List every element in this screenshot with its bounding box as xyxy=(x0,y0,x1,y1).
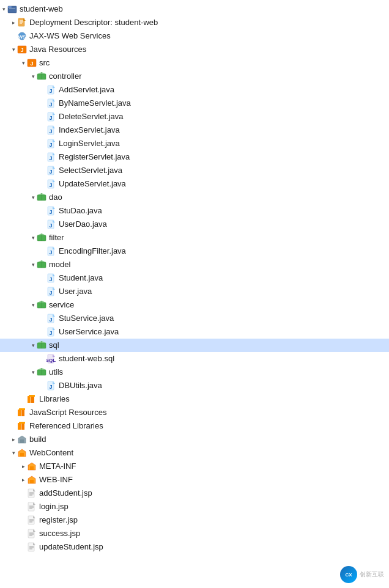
tree-item-User[interactable]: JUser.java xyxy=(0,285,389,298)
label-student-web: student-web xyxy=(20,2,63,16)
tree-item-addStudent-jsp[interactable]: addStudent.jsp xyxy=(0,487,389,500)
label-login-jsp: login.jsp xyxy=(39,500,69,513)
tree-item-student-web-sql[interactable]: SQLstudent-web.sql xyxy=(0,352,389,366)
tree-item-RegisterServlet[interactable]: JRegisterServlet.java xyxy=(0,150,389,164)
svg-text:J: J xyxy=(49,317,52,323)
arrow-utils[interactable] xyxy=(29,369,37,376)
svg-rect-97 xyxy=(30,466,34,470)
arrow-dao[interactable] xyxy=(29,194,37,201)
tree-item-Student[interactable]: JStudent.java xyxy=(0,271,389,285)
tree-item-dao[interactable]: dao xyxy=(0,191,389,204)
arrow-register-jsp xyxy=(20,516,27,524)
arrow-src[interactable] xyxy=(20,59,27,67)
tree-item-java-resources[interactable]: JJava Resources xyxy=(0,43,389,56)
label-UpdateServlet: UpdateServlet.java xyxy=(59,177,126,191)
tree-item-js-resources[interactable]: JavaScript Resources xyxy=(0,406,389,419)
javaresources-icon: J xyxy=(17,45,27,54)
arrow-web-inf[interactable] xyxy=(20,476,27,483)
tree-item-success-jsp[interactable]: success.jsp xyxy=(0,527,389,540)
tree-item-UserService[interactable]: JUserService.java xyxy=(0,325,389,339)
package-icon xyxy=(37,367,46,377)
arrow-java-resources[interactable] xyxy=(10,46,17,53)
tree-item-login-jsp[interactable]: login.jsp xyxy=(0,500,389,513)
svg-rect-94 xyxy=(19,422,25,424)
arrow-StuService xyxy=(39,315,46,322)
arrow-controller[interactable] xyxy=(29,73,37,80)
tree-item-service[interactable]: service xyxy=(0,298,389,312)
svg-rect-2 xyxy=(9,8,15,9)
arrow-deployment-descriptor[interactable] xyxy=(10,19,17,26)
svg-rect-89 xyxy=(18,410,21,416)
svg-rect-98 xyxy=(30,480,34,483)
arrow-success-jsp xyxy=(20,530,27,537)
arrow-UserService xyxy=(39,328,46,336)
tree-item-deployment-descriptor[interactable]: Deployment Descriptor: student-web xyxy=(0,16,389,29)
arrow-updateStudent-jsp xyxy=(20,543,27,551)
svg-text:J: J xyxy=(49,222,52,229)
tree-item-meta-inf[interactable]: META-INF xyxy=(0,460,389,473)
label-meta-inf: META-INF xyxy=(39,460,76,473)
tree-item-sql[interactable]: sql xyxy=(0,339,389,352)
javafile-icon: J xyxy=(46,139,56,149)
src-icon: J xyxy=(27,58,37,68)
arrow-DeleteServlet xyxy=(39,113,46,120)
tree-item-ByNameServlet[interactable]: JByNameServlet.java xyxy=(0,97,389,110)
label-build: build xyxy=(29,433,46,446)
label-utils: utils xyxy=(49,366,63,379)
tree-item-utils[interactable]: utils xyxy=(0,366,389,379)
tree-item-StuDao[interactable]: JStuDao.java xyxy=(0,204,389,218)
tree-item-build[interactable]: build xyxy=(0,433,389,446)
tree-item-SelectServlet[interactable]: JSelectServlet.java xyxy=(0,164,389,177)
arrow-filter[interactable] xyxy=(29,234,37,241)
arrow-service[interactable] xyxy=(29,301,37,309)
tree-item-DBUtils[interactable]: JDBUtils.java xyxy=(0,379,389,392)
label-DBUtils: DBUtils.java xyxy=(59,379,102,392)
tree-item-StuService[interactable]: JStuService.java xyxy=(0,312,389,325)
label-model: model xyxy=(49,258,70,271)
tree-item-EncodingFilter[interactable]: JEncodingFilter.java xyxy=(0,244,389,258)
tree-item-UpdateServlet[interactable]: JUpdateServlet.java xyxy=(0,177,389,191)
arrow-sql[interactable] xyxy=(29,342,37,349)
tree-item-referenced-libraries[interactable]: Referenced Libraries xyxy=(0,419,389,433)
label-UserService: UserService.java xyxy=(59,325,119,339)
arrow-Libraries xyxy=(20,395,27,403)
tree-item-controller[interactable]: controller xyxy=(0,70,389,83)
label-UserDao: UserDao.java xyxy=(59,218,107,231)
tree-item-register-jsp[interactable]: register.jsp xyxy=(0,513,389,527)
arrow-student-web[interactable] xyxy=(0,6,7,13)
arrow-model[interactable] xyxy=(29,261,37,268)
tree-item-updateStudent-jsp[interactable]: updateStudent.jsp xyxy=(0,540,389,554)
svg-text:J: J xyxy=(49,142,52,148)
tree-item-webcontent[interactable]: WebContent xyxy=(0,446,389,460)
metainf-icon xyxy=(27,461,37,471)
tree-item-AddServlet[interactable]: JAddServlet.java xyxy=(0,83,389,97)
svg-text:J: J xyxy=(49,169,52,175)
arrow-StuDao xyxy=(39,207,46,215)
tree-item-LoginServlet[interactable]: JLoginServlet.java xyxy=(0,137,389,150)
tree-item-DeleteServlet[interactable]: JDeleteServlet.java xyxy=(0,110,389,123)
arrow-webcontent[interactable] xyxy=(10,449,17,457)
javafile-icon: J xyxy=(46,85,56,95)
svg-text:SQL: SQL xyxy=(46,358,56,363)
arrow-build[interactable] xyxy=(10,436,17,443)
arrow-UpdateServlet xyxy=(39,180,46,188)
jsp-icon xyxy=(27,529,37,538)
label-js-resources: JavaScript Resources xyxy=(29,406,106,419)
tree-item-jax-ws[interactable]: WSJAX-WS Web Services xyxy=(0,29,389,43)
svg-text:J: J xyxy=(30,61,33,67)
tree-item-web-inf[interactable]: WEB-INF xyxy=(0,473,389,487)
file-tree: student-webDeployment Descriptor: studen… xyxy=(0,0,389,556)
tree-item-IndexServlet[interactable]: JIndexServlet.java xyxy=(0,123,389,137)
tree-item-model[interactable]: model xyxy=(0,258,389,271)
tree-item-UserDao[interactable]: JUserDao.java xyxy=(0,218,389,231)
svg-rect-86 xyxy=(28,396,31,403)
arrow-addStudent-jsp xyxy=(20,490,27,497)
arrow-IndexServlet xyxy=(39,127,46,134)
tree-item-filter[interactable]: filter xyxy=(0,231,389,244)
svg-text:J: J xyxy=(49,290,52,296)
tree-item-student-web[interactable]: student-web xyxy=(0,2,389,16)
tree-item-Libraries[interactable]: Libraries xyxy=(0,392,389,406)
arrow-meta-inf[interactable] xyxy=(20,463,27,470)
svg-rect-92 xyxy=(18,423,21,430)
tree-item-src[interactable]: Jsrc xyxy=(0,56,389,70)
